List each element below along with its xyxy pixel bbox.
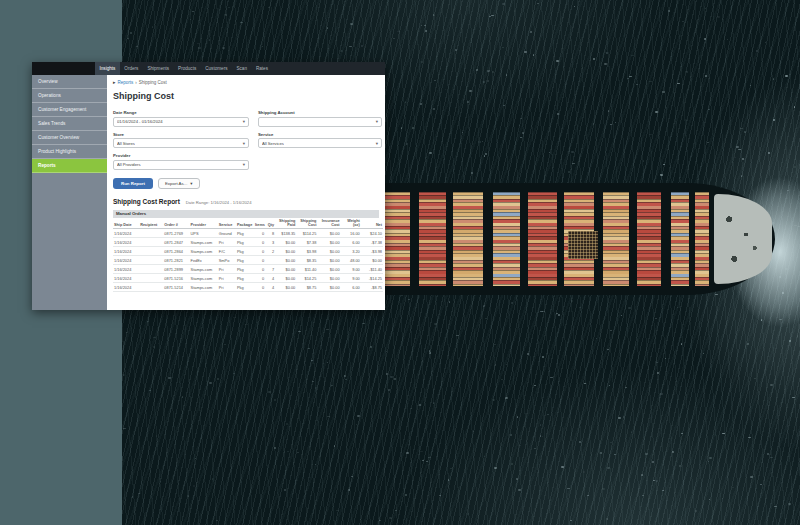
breadcrumb-link[interactable]: Reports xyxy=(118,80,134,85)
cell-package: Pkg xyxy=(236,256,254,265)
cell-ship_date: 1/16/2024 xyxy=(113,265,139,274)
cell-recipient xyxy=(139,274,163,283)
table-row: 1/16/20240871-2769UPSGroundPkg08$138.35$… xyxy=(113,229,383,238)
cell-net: -$11.40 xyxy=(361,265,383,274)
run-report-button[interactable]: Run Report xyxy=(113,178,153,189)
nav-tab-rates[interactable]: Rates xyxy=(251,62,272,75)
cell-weight: 6.00 xyxy=(341,238,361,247)
export-button[interactable]: Export As... ▾ xyxy=(158,178,200,189)
sidebar-item-reports[interactable]: Reports xyxy=(32,159,107,173)
filter-label: Shipping Account xyxy=(258,110,382,115)
col-items: Items xyxy=(254,218,265,229)
cell-provider: FedEx xyxy=(190,256,218,265)
cell-net: $24.10 xyxy=(361,229,383,238)
container-bay xyxy=(419,192,446,286)
cell-items: 0 xyxy=(254,274,265,283)
content-area: ▸ Reports › Shipping Cost Shipping Cost … xyxy=(107,75,385,310)
cell-package: Pkg xyxy=(236,238,254,247)
cell-cost: $3.98 xyxy=(296,247,317,256)
col-recipient: Recipient xyxy=(139,218,163,229)
cell-net: -$7.38 xyxy=(361,238,383,247)
filter-date-range: Date Range01/16/2024 - 01/16/2024▾ xyxy=(113,110,249,127)
nav-tab-insights[interactable]: Insights xyxy=(95,62,120,75)
cell-order: 0871-5216 xyxy=(163,274,189,283)
cell-order: 0871-2769 xyxy=(163,229,189,238)
cell-items: 0 xyxy=(254,247,265,256)
cell-service: Pri xyxy=(218,265,236,274)
cell-paid: $0.00 xyxy=(275,247,296,256)
nav-tab-scan[interactable]: Scan xyxy=(232,62,251,75)
chevron-down-icon: ▾ xyxy=(243,119,245,124)
sidebar-item-operations[interactable]: Operations xyxy=(32,89,107,103)
cell-package: Pkg xyxy=(236,283,254,292)
cell-qty: 3 xyxy=(265,238,275,247)
col-service: Service xyxy=(218,218,236,229)
sidebar-item-product-highlights[interactable]: Product Highlights xyxy=(32,145,107,159)
cell-order: 0871-2821 xyxy=(163,256,189,265)
cell-service: Pri xyxy=(218,283,236,292)
cell-ship_date: 1/16/2024 xyxy=(113,229,139,238)
nav-tab-customers[interactable]: Customers xyxy=(201,62,232,75)
cell-order: 0871-2847 xyxy=(163,238,189,247)
cell-items: 0 xyxy=(254,265,265,274)
table-row: 1/16/20240871-2821FedExSmPoPkg0$0.00$8.3… xyxy=(113,256,383,265)
filter-label: Date Range xyxy=(113,110,249,115)
cell-ship_date: 1/16/2024 xyxy=(113,256,139,265)
service-select[interactable]: All Services▾ xyxy=(258,138,382,148)
export-button-label: Export As... xyxy=(165,181,187,186)
cell-recipient xyxy=(139,238,163,247)
cell-weight: 9.00 xyxy=(341,274,361,283)
container-bay xyxy=(493,192,520,286)
sidebar-collapse-icon[interactable]: ▸ xyxy=(113,79,116,85)
table-group-header: Manual Orders xyxy=(113,210,379,218)
cell-recipient xyxy=(139,283,163,292)
report-date-range: Date Range: 1/16/2024 - 1/16/2024 xyxy=(186,200,252,205)
cell-weight: 16.00 xyxy=(341,229,361,238)
cell-qty: 4 xyxy=(265,274,275,283)
cell-weight: 3.20 xyxy=(341,247,361,256)
sidebar-item-sales-trends[interactable]: Sales Trends xyxy=(32,117,107,131)
chevron-down-icon: ▾ xyxy=(243,141,245,146)
cell-paid: $138.35 xyxy=(275,229,296,238)
table-row: 1/16/20240871-2864Stamps.comF/CPkg02$0.0… xyxy=(113,247,383,256)
cell-provider: Stamps.com xyxy=(190,247,218,256)
nav-tab-shipments[interactable]: Shipments xyxy=(143,62,174,75)
cell-paid: $0.00 xyxy=(275,256,296,265)
report-title: Shipping Cost Report xyxy=(113,198,180,205)
screenshot-stage: InsightsOrdersShipmentsProductsCustomers… xyxy=(0,0,800,525)
cell-paid: $0.00 xyxy=(275,274,296,283)
cell-items: 0 xyxy=(254,256,265,265)
cell-cost: $114.25 xyxy=(296,229,317,238)
container-bay xyxy=(528,192,557,286)
date-range-select[interactable]: 01/16/2024 - 01/16/2024▾ xyxy=(113,117,249,127)
nav-tab-orders[interactable]: Orders xyxy=(120,62,143,75)
nav-tab-products[interactable]: Products xyxy=(174,62,201,75)
shipping-cost-table: Ship DateRecipientOrder #ProviderService… xyxy=(113,218,383,293)
cell-service: F/C xyxy=(218,247,236,256)
sidebar-item-overview[interactable]: Overview xyxy=(32,75,107,89)
col-weight-oz: Weight (oz) xyxy=(341,218,361,229)
filter-service: ServiceAll Services▾ xyxy=(258,132,382,149)
col-shipping-cost: Shipping Cost xyxy=(296,218,317,229)
cell-net: -$8.75 xyxy=(361,283,383,292)
col-qty: Qty xyxy=(265,218,275,229)
cell-provider: Stamps.com xyxy=(190,283,218,292)
sidebar-item-customer-overview[interactable]: Customer Overview xyxy=(32,131,107,145)
select-value: 01/16/2024 - 01/16/2024 xyxy=(117,119,163,124)
select-value: All Stores xyxy=(117,141,135,146)
select-value: All Providers xyxy=(117,162,141,167)
shipping-account-select[interactable]: ▾ xyxy=(258,117,382,127)
cell-paid: $0.00 xyxy=(275,283,296,292)
col-net: Net xyxy=(361,218,383,229)
cell-insurance: $0.00 xyxy=(317,238,340,247)
table-row: 1/16/20240871-2847Stamps.comPriPkg03$0.0… xyxy=(113,238,383,247)
provider-select[interactable]: All Providers▾ xyxy=(113,160,249,170)
cell-recipient xyxy=(139,247,163,256)
cell-weight: 6.00 xyxy=(341,283,361,292)
sidebar-item-customer-engagement[interactable]: Customer Engagement xyxy=(32,103,107,117)
cell-qty: 4 xyxy=(265,283,275,292)
cell-ship_date: 1/16/2024 xyxy=(113,283,139,292)
cell-ship_date: 1/16/2024 xyxy=(113,274,139,283)
cell-insurance: $0.00 xyxy=(317,274,340,283)
store-select[interactable]: All Stores▾ xyxy=(113,138,249,148)
